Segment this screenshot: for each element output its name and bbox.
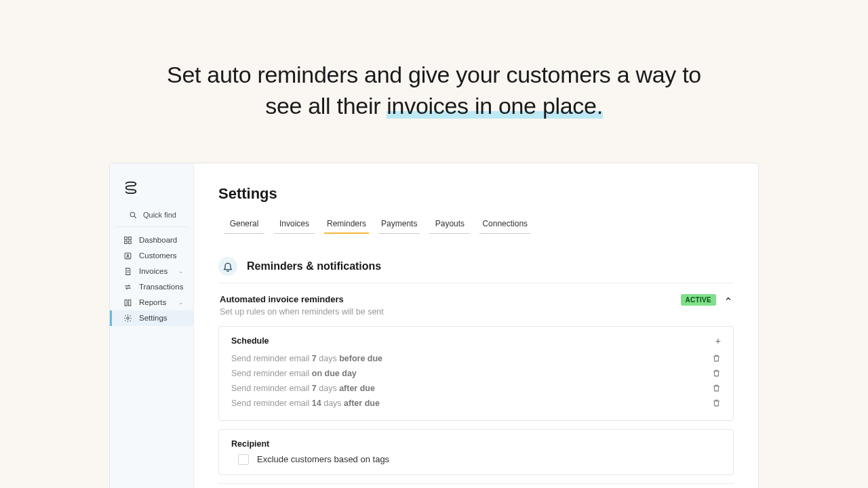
schedule-rule: Send reminder email on due day [231, 366, 721, 381]
sidebar-item-dashboard[interactable]: Dashboard [110, 232, 193, 248]
monthly-statements-title: Monthly statements [218, 484, 734, 488]
dashboard-icon [123, 236, 132, 245]
schedule-card: Schedule + Send reminder email 7 days be… [218, 326, 734, 421]
sidebar-item-invoices[interactable]: Invoices ⌄ [110, 264, 193, 279]
chevron-up-icon [724, 295, 732, 303]
quick-find-label: Quick find [143, 211, 176, 219]
invoices-icon [123, 267, 132, 276]
add-rule-button[interactable]: + [715, 336, 721, 346]
rule-text: Send reminder email on due day [231, 369, 357, 378]
hero-line2b: invoices in one place. [387, 93, 603, 119]
svg-line-1 [134, 216, 136, 218]
sidebar-item-label: Customers [139, 251, 177, 260]
app-window: Quick find Dashboard Customers Invoices … [109, 163, 759, 488]
trash-icon[interactable] [712, 384, 721, 392]
svg-point-10 [127, 317, 129, 319]
sidebar-item-transactions[interactable]: Transactions [110, 279, 193, 295]
hero-heading: Set auto reminders and give your custome… [0, 60, 868, 122]
collapse-toggle[interactable] [724, 295, 732, 305]
exclude-tags-checkbox[interactable] [238, 454, 249, 465]
tab-invoices[interactable]: Invoices [274, 215, 315, 234]
exclude-tags-row: Exclude customers based on tags [238, 454, 721, 465]
auto-reminders-row: Automated invoice reminders Set up rules… [218, 283, 734, 326]
sidebar: Quick find Dashboard Customers Invoices … [110, 163, 194, 488]
rule-text: Send reminder email 7 days after due [231, 384, 375, 393]
schedule-title: Schedule [231, 336, 269, 346]
page-title: Settings [218, 185, 734, 203]
svg-rect-2 [125, 237, 127, 239]
gear-icon [123, 314, 132, 323]
schedule-rule: Send reminder email 7 days after due [231, 381, 721, 396]
recipient-title: Recipient [231, 439, 721, 449]
tab-payments[interactable]: Payments [378, 215, 420, 234]
hero-line1: Set auto reminders and give your custome… [167, 62, 701, 87]
tab-payouts[interactable]: Payouts [429, 215, 470, 234]
schedule-rule: Send reminder email 14 days after due [231, 396, 721, 411]
schedule-rule: Send reminder email 7 days before due [231, 351, 721, 366]
bell-icon [222, 261, 233, 272]
svg-rect-4 [125, 241, 127, 243]
hero-line2a: see all their [265, 93, 387, 119]
settings-tabs: General Invoices Reminders Payments Payo… [224, 215, 734, 234]
search-icon [129, 211, 138, 220]
reports-icon [123, 298, 132, 307]
sidebar-item-label: Transactions [139, 283, 183, 291]
chevron-down-icon: ⌄ [178, 268, 184, 274]
svg-point-0 [130, 212, 135, 217]
exclude-tags-label: Exclude customers based on tags [257, 454, 389, 464]
main-content: Settings General Invoices Reminders Paym… [194, 163, 758, 488]
sidebar-item-customers[interactable]: Customers [110, 248, 193, 264]
sidebar-item-label: Reports [139, 298, 166, 306]
tab-connections[interactable]: Connections [479, 215, 530, 234]
app-logo [123, 180, 138, 195]
bell-badge [218, 257, 237, 276]
sidebar-item-label: Settings [139, 314, 167, 322]
tab-reminders[interactable]: Reminders [324, 215, 369, 234]
svg-rect-3 [129, 237, 132, 239]
section-title: Reminders & notifications [247, 260, 381, 272]
rule-text: Send reminder email 7 days before due [231, 354, 382, 363]
section-header: Reminders & notifications [218, 257, 734, 283]
tab-general[interactable]: General [224, 215, 264, 234]
transactions-icon [123, 283, 132, 291]
status-badge: ACTIVE [681, 294, 716, 306]
trash-icon[interactable] [712, 369, 721, 378]
sidebar-item-label: Dashboard [139, 236, 177, 244]
customers-icon [123, 251, 132, 260]
chevron-down-icon: ⌄ [178, 299, 184, 306]
svg-rect-5 [129, 241, 132, 243]
sidebar-item-label: Invoices [139, 267, 167, 275]
trash-icon[interactable] [712, 399, 721, 407]
hero-banner: Set auto reminders and give your custome… [0, 0, 868, 163]
sidebar-item-reports[interactable]: Reports ⌄ [110, 295, 193, 310]
quick-find[interactable]: Quick find [115, 207, 188, 227]
recipient-card: Recipient Exclude customers based on tag… [218, 429, 734, 475]
trash-icon[interactable] [712, 354, 721, 363]
rule-text: Send reminder email 14 days after due [231, 399, 380, 408]
auto-reminders-title: Automated invoice reminders [220, 294, 384, 304]
sidebar-item-settings[interactable]: Settings [110, 310, 193, 326]
svg-point-7 [127, 254, 128, 256]
auto-reminders-desc: Set up rules on when reminders will be s… [220, 307, 384, 317]
